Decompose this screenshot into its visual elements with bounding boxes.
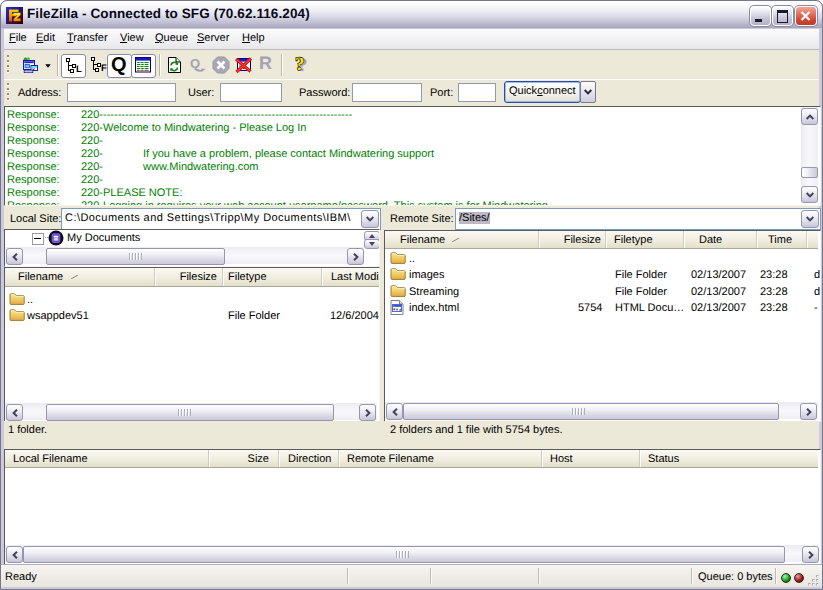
svg-text:Q: Q xyxy=(190,56,200,71)
svg-text:?: ? xyxy=(295,55,305,75)
